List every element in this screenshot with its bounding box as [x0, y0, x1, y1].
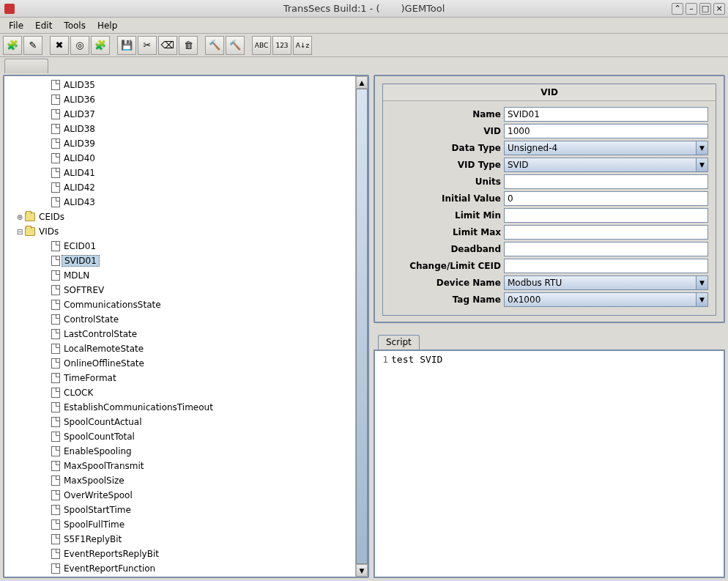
select-devicename[interactable]: Modbus RTU▼ [504, 275, 708, 290]
tree-item-alid41[interactable]: ALID41 [4, 166, 355, 180]
tree-item-timeformat[interactable]: TimeFormat [4, 371, 355, 385]
tree-item-alid43[interactable]: ALID43 [4, 195, 355, 210]
tree-item-maxspooltransmit[interactable]: MaxSpoolTransmit [4, 459, 355, 473]
tree-item-spoolstarttime[interactable]: SpoolStartTime [4, 503, 355, 517]
tree-item-spoolfulltime[interactable]: SpoolFullTime [4, 517, 355, 532]
file-icon [51, 182, 60, 193]
toolbar-sort-alpha-icon[interactable]: ABC [252, 36, 271, 55]
tree-item-alid35[interactable]: ALID35 [4, 78, 355, 92]
tree-item-eventreportfunction[interactable]: EventReportFunction [4, 561, 355, 576]
toolbar-hammer-icon[interactable]: 🔨 [205, 36, 224, 55]
file-icon [51, 153, 60, 163]
toolbar-puzzle-icon[interactable]: 🧩 [91, 36, 110, 55]
tree-item-spoolcountactual[interactable]: SpoolCountActual [4, 415, 355, 429]
tree-toggle-icon[interactable]: ⊕ [16, 213, 23, 221]
tree-item-ceids[interactable]: ⊕CEIDs [4, 210, 355, 224]
tree-item-softrev[interactable]: SOFTREV [4, 283, 355, 297]
tree-item-enablespooling[interactable]: EnableSpooling [4, 444, 355, 459]
file-icon [51, 388, 60, 398]
toolbar-cut-icon[interactable]: ✂ [138, 36, 157, 55]
window-minimize-button[interactable]: – [686, 3, 697, 15]
toolbar-wand-icon[interactable]: ✎ [23, 36, 42, 55]
input-deadband[interactable] [504, 242, 708, 256]
toolbar-eraser-icon[interactable]: ⌫ [158, 36, 177, 55]
file-icon [51, 432, 60, 442]
toolbar-target-icon[interactable]: ◎ [70, 36, 89, 55]
file-icon [51, 197, 60, 207]
input-initial[interactable] [504, 191, 708, 206]
toolbar-puzzle-x-icon[interactable]: ✖ [50, 36, 69, 55]
select-datatype[interactable]: Unsigned-4▼ [504, 141, 708, 155]
tree-item-label: CLOCK [62, 388, 95, 398]
tree-item-alid37[interactable]: ALID37 [4, 107, 355, 122]
tree-toggle-icon[interactable]: ⊟ [16, 228, 23, 236]
input-limitmin[interactable] [504, 208, 708, 223]
label-changeceid: Change/Limit CEID [390, 261, 504, 271]
toolbar-delete-icon[interactable]: 🗑 [179, 36, 198, 55]
toolbar-puzzle-add-icon[interactable]: 🧩 [3, 36, 22, 55]
file-icon [51, 344, 60, 354]
tree-item-mdln[interactable]: MDLN [4, 268, 355, 283]
tree-item-s5f1replybit[interactable]: S5F1ReplyBit [4, 532, 355, 547]
window-restore-button[interactable]: ⌃ [672, 3, 683, 15]
tree-item-controlstate[interactable]: ControlState [4, 312, 355, 327]
select-tagname[interactable]: 0x1000▼ [504, 292, 708, 307]
editor-tab[interactable] [4, 59, 48, 73]
window-titlebar: TransSecs Build:1 - ( )GEMTool ⌃ – □ × [0, 0, 728, 18]
toolbar-sort-az-icon[interactable]: A↓z [293, 36, 312, 55]
tree-item-alid39[interactable]: ALID39 [4, 136, 355, 151]
file-icon [51, 109, 60, 119]
tree-item-onlineofflinestate[interactable]: OnlineOfflineState [4, 356, 355, 371]
tree-item-ecid01[interactable]: ECID01 [4, 239, 355, 254]
toolbar-sort-num-icon[interactable]: 123 [272, 36, 291, 55]
input-units[interactable] [504, 174, 708, 189]
scroll-thumb[interactable] [356, 89, 368, 564]
menu-help[interactable]: Help [92, 19, 123, 32]
select-vidtype[interactable]: SVID▼ [504, 158, 708, 172]
input-name[interactable] [504, 107, 708, 122]
label-units: Units [390, 177, 504, 187]
menu-tools[interactable]: Tools [58, 19, 92, 32]
menubar: File Edit Tools Help [0, 18, 728, 34]
tree-item-alid40[interactable]: ALID40 [4, 151, 355, 166]
tree-item-alid36[interactable]: ALID36 [4, 92, 355, 107]
file-icon [51, 475, 60, 486]
tree-item-establishcommunicationstimeout[interactable]: EstablishCommunicationsTimeout [4, 400, 355, 415]
label-limitmin: Limit Min [390, 210, 504, 221]
tree-item-localremotestate[interactable]: LocalRemoteState [4, 341, 355, 356]
tree-item-spoolcounttotal[interactable]: SpoolCountTotal [4, 429, 355, 444]
script-tab[interactable]: Script [378, 335, 420, 349]
tree-item-communicationsstate[interactable]: CommunicationsState [4, 297, 355, 312]
toolbar-save-icon[interactable]: 💾 [117, 36, 136, 55]
file-icon [51, 138, 60, 149]
input-limitmax[interactable] [504, 225, 708, 240]
tree-view[interactable]: ALID35ALID36ALID37ALID38ALID39ALID40ALID… [4, 76, 355, 577]
tree-item-label: SpoolFullTime [62, 519, 127, 530]
input-changeceid[interactable] [504, 259, 708, 273]
tree-item-clock[interactable]: CLOCK [4, 385, 355, 400]
tree-item-label: ECID01 [62, 241, 98, 251]
tree-item-eventreportsreplybit[interactable]: EventReportsReplyBit [4, 547, 355, 561]
main-workspace: ALID35ALID36ALID37ALID38ALID39ALID40ALID… [0, 73, 728, 581]
scroll-up-icon[interactable]: ▲ [356, 76, 368, 89]
toolbar-hammer-run-icon[interactable]: 🔨 [226, 36, 245, 55]
tree-item-alid42[interactable]: ALID42 [4, 180, 355, 195]
tree-item-maxspoolsize[interactable]: MaxSpoolSize [4, 473, 355, 488]
tree-scrollbar[interactable]: ▲ ▼ [355, 76, 368, 577]
scroll-down-icon[interactable]: ▼ [356, 564, 368, 577]
vertical-splitter[interactable] [374, 326, 725, 332]
tree-item-vids[interactable]: ⊟VIDs [4, 224, 355, 239]
script-editor[interactable]: 1 test SVID [374, 349, 725, 578]
file-icon [51, 519, 60, 530]
menu-edit[interactable]: Edit [29, 19, 58, 32]
tree-item-overwritespool[interactable]: OverWriteSpool [4, 488, 355, 503]
input-vid[interactable] [504, 124, 708, 138]
tree-item-label: EnableSpooling [62, 446, 134, 456]
tree-item-lastcontrolstate[interactable]: LastControlState [4, 327, 355, 341]
tree-item-label: EstablishCommunicationsTimeout [62, 402, 215, 412]
menu-file[interactable]: File [3, 19, 29, 32]
tree-item-svid01[interactable]: SVID01 [4, 254, 355, 268]
window-maximize-button[interactable]: □ [699, 3, 711, 15]
tree-item-alid38[interactable]: ALID38 [4, 122, 355, 136]
window-close-button[interactable]: × [713, 3, 725, 15]
